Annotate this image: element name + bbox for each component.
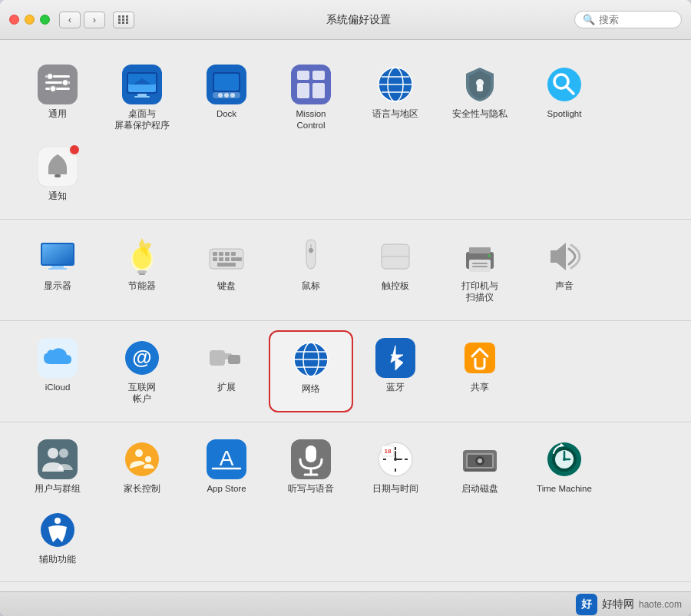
svg-point-83: [48, 448, 58, 459]
pref-language[interactable]: 语言与地区: [353, 57, 438, 139]
back-button[interactable]: ‹: [59, 12, 81, 28]
pref-desktop[interactable]: 桌面与屏幕保护程序: [100, 57, 184, 139]
pref-network[interactable]: 网络: [269, 330, 353, 412]
svg-rect-24: [312, 83, 325, 98]
preferences-content: 通用 桌面与屏幕保护程序: [0, 40, 691, 591]
pref-users[interactable]: 用户与群组: [15, 432, 100, 502]
icloud-label: iCloud: [45, 382, 71, 393]
pref-startup[interactable]: 启动磁盘: [438, 432, 522, 502]
nav-buttons: ‹ ›: [59, 12, 105, 28]
svg-rect-37: [55, 174, 61, 177]
svg-rect-45: [137, 270, 147, 273]
svg-rect-23: [297, 83, 309, 98]
grid-dots-icon: [118, 15, 129, 24]
general-icon: [38, 65, 78, 104]
svg-rect-73: [228, 355, 240, 364]
svg-point-105: [394, 458, 397, 461]
pref-keyboard[interactable]: 键盘: [184, 229, 269, 311]
svg-point-33: [547, 68, 581, 101]
svg-rect-50: [219, 252, 223, 256]
icloud-icon: [38, 338, 78, 378]
pref-dock[interactable]: Dock: [184, 57, 269, 139]
extensions-label: 扩展: [217, 382, 236, 393]
pref-internet[interactable]: @ 互联网帐户: [100, 330, 184, 412]
grid-view-button[interactable]: [113, 12, 134, 28]
pref-accessibility[interactable]: 辅助功能: [15, 502, 100, 573]
datetime-label: 日期与时间: [372, 483, 418, 495]
svg-rect-52: [231, 252, 236, 256]
dictation-label: 听写与语音: [288, 483, 334, 495]
svg-rect-22: [312, 71, 325, 80]
language-label: 语言与地区: [372, 108, 418, 120]
printer-icon: [460, 237, 500, 277]
pref-sound[interactable]: 声音: [522, 229, 607, 311]
svg-point-19: [230, 93, 235, 98]
titlebar: ‹ › 系统偏好设置 🔍: [0, 0, 691, 40]
pref-mouse[interactable]: 鼠标: [269, 229, 353, 311]
search-input[interactable]: [599, 14, 676, 25]
network-icon: [291, 339, 331, 379]
pref-printer[interactable]: 打印机与扫描仪: [438, 229, 522, 311]
pref-appstore[interactable]: A App Store: [184, 432, 269, 502]
keyboard-label: 键盘: [217, 280, 236, 292]
svg-rect-0: [38, 65, 78, 104]
pref-security[interactable]: 安全性与隐私: [438, 57, 522, 139]
security-label: 安全性与隐私: [452, 108, 508, 120]
haote-site-url: haote.com: [639, 599, 682, 610]
bluetooth-label: 蓝牙: [386, 382, 405, 393]
section4-grid: 用户与群组 家长控制: [15, 432, 676, 573]
pref-sharing[interactable]: 共享: [438, 330, 522, 412]
haote-badge: 好 好特网 haote.com: [576, 594, 682, 615]
language-icon: [375, 65, 415, 104]
startup-label: 启动磁盘: [461, 483, 498, 495]
svg-point-120: [55, 518, 61, 524]
energy-icon: [122, 237, 162, 277]
pref-icloud[interactable]: iCloud: [15, 330, 100, 412]
close-button[interactable]: [9, 15, 19, 25]
dock-label: Dock: [217, 108, 236, 120]
display-label: 显示器: [44, 280, 71, 292]
notification-badge: [68, 144, 81, 156]
mission-label: MissionControl: [296, 108, 326, 131]
forward-button[interactable]: ›: [84, 12, 105, 28]
pref-mission[interactable]: MissionControl: [269, 57, 353, 139]
svg-text:18: 18: [385, 448, 392, 455]
section1-grid: 通用 桌面与屏幕保护程序: [15, 57, 676, 210]
svg-point-117: [563, 458, 566, 461]
pref-energy[interactable]: 节能器: [100, 229, 184, 311]
pref-bluetooth[interactable]: 蓝牙: [353, 330, 438, 412]
pref-general[interactable]: 通用: [15, 57, 100, 139]
pref-display[interactable]: 显示器: [15, 229, 100, 311]
svg-rect-56: [231, 257, 236, 261]
svg-rect-67: [472, 266, 488, 267]
svg-rect-66: [472, 263, 488, 264]
svg-point-110: [478, 459, 482, 463]
minimize-button[interactable]: [25, 15, 35, 25]
svg-point-18: [224, 93, 229, 98]
pref-notification[interactable]: 通知: [15, 139, 100, 210]
svg-point-17: [218, 93, 223, 98]
desktop-label: 桌面与屏幕保护程序: [114, 108, 170, 131]
pref-trackpad[interactable]: 触控板: [353, 229, 438, 311]
svg-rect-92: [306, 445, 316, 462]
pref-extensions[interactable]: 扩展: [184, 330, 269, 412]
svg-point-6: [50, 86, 56, 92]
svg-rect-111: [465, 469, 495, 472]
timemachine-icon: [544, 439, 584, 479]
pref-timemachine[interactable]: Time Machine: [522, 432, 607, 502]
pref-dictation[interactable]: 听写与语音: [269, 432, 353, 502]
search-box[interactable]: 🔍: [574, 11, 682, 28]
notification-label: 通知: [48, 190, 67, 202]
accessibility-icon: [38, 510, 78, 550]
pref-datetime[interactable]: 18 日期与时间: [353, 432, 438, 502]
pref-spotlight[interactable]: Spotlight: [522, 57, 607, 139]
svg-point-85: [125, 442, 159, 476]
sound-icon: [544, 237, 584, 277]
display-icon: [38, 237, 78, 277]
svg-rect-58: [217, 263, 236, 267]
pref-parental[interactable]: 家长控制: [100, 432, 184, 502]
bottom-bar: 好 好特网 haote.com: [0, 591, 691, 616]
maximize-button[interactable]: [40, 15, 50, 25]
system-preferences-window: ‹ › 系统偏好设置 🔍: [0, 0, 691, 616]
svg-rect-21: [297, 71, 309, 80]
